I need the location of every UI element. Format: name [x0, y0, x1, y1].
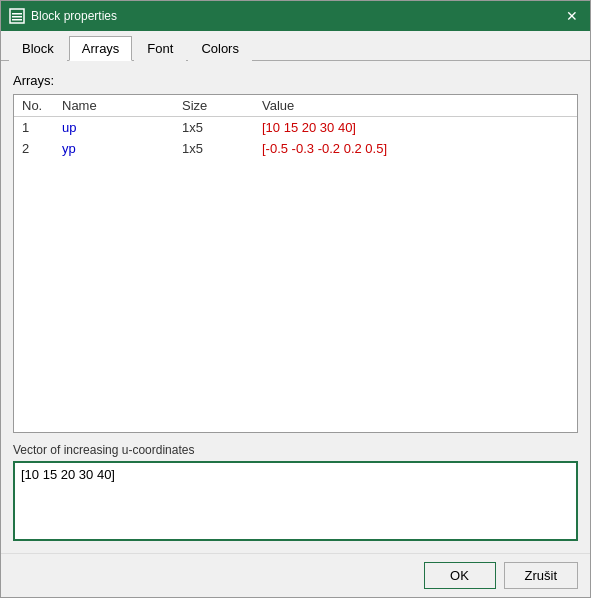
cell-size-2: 1x5: [174, 138, 254, 159]
cell-value-1: [10 15 20 30 40]: [254, 117, 577, 139]
tab-content-arrays: Arrays: No. Name Size Value 1 up 1x5: [1, 61, 590, 553]
tab-block[interactable]: Block: [9, 36, 67, 61]
titlebar-icon: [9, 8, 25, 24]
table-row[interactable]: 2 yp 1x5 [-0.5 -0.3 -0.2 0.2 0.5]: [14, 138, 577, 159]
tab-font[interactable]: Font: [134, 36, 186, 61]
tab-arrays[interactable]: Arrays: [69, 36, 133, 61]
ok-button[interactable]: OK: [424, 562, 496, 589]
cell-no-1: 1: [14, 117, 54, 139]
cell-name-2: yp: [54, 138, 174, 159]
svg-rect-3: [12, 19, 22, 21]
table-header-row: No. Name Size Value: [14, 95, 577, 117]
arrays-table-container: No. Name Size Value 1 up 1x5 [10 15 20 3…: [13, 94, 578, 433]
window-title: Block properties: [31, 9, 562, 23]
col-header-value: Value: [254, 95, 577, 117]
arrays-table: No. Name Size Value 1 up 1x5 [10 15 20 3…: [14, 95, 577, 159]
footer: OK Zrušit: [1, 553, 590, 597]
tab-colors[interactable]: Colors: [188, 36, 252, 61]
cell-size-1: 1x5: [174, 117, 254, 139]
svg-rect-1: [12, 13, 22, 15]
tab-bar: Block Arrays Font Colors: [1, 31, 590, 61]
col-header-size: Size: [174, 95, 254, 117]
close-button[interactable]: ✕: [562, 6, 582, 26]
table-row[interactable]: 1 up 1x5 [10 15 20 30 40]: [14, 117, 577, 139]
vector-value-box[interactable]: [10 15 20 30 40]: [13, 461, 578, 541]
col-header-name: Name: [54, 95, 174, 117]
cancel-button[interactable]: Zrušit: [504, 562, 579, 589]
arrays-section-label: Arrays:: [13, 73, 578, 88]
block-properties-dialog: Block properties ✕ Block Arrays Font Col…: [0, 0, 591, 598]
cell-name-1: up: [54, 117, 174, 139]
titlebar: Block properties ✕: [1, 1, 590, 31]
svg-rect-2: [12, 16, 22, 18]
vector-label: Vector of increasing u-coordinates: [13, 443, 578, 457]
col-header-no: No.: [14, 95, 54, 117]
cell-value-2: [-0.5 -0.3 -0.2 0.2 0.5]: [254, 138, 577, 159]
cell-no-2: 2: [14, 138, 54, 159]
